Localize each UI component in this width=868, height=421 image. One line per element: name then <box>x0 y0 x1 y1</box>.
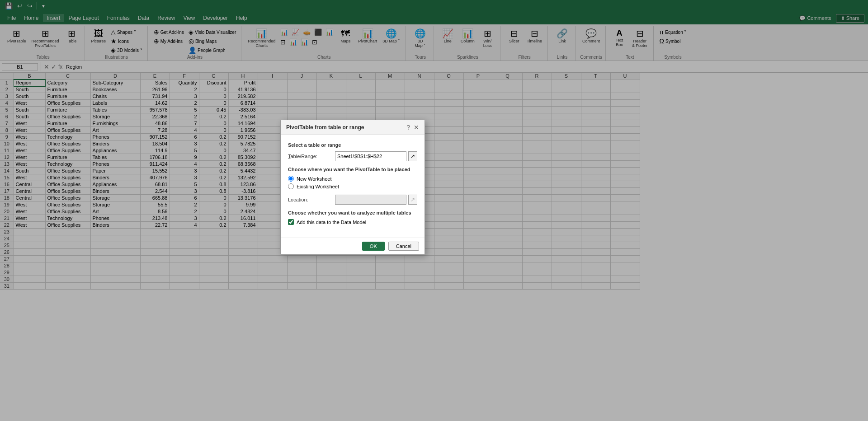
modal-help-icon[interactable]: ? <box>406 124 410 131</box>
cancel-button[interactable]: Cancel <box>388 242 419 251</box>
data-model-checkbox[interactable] <box>288 219 294 225</box>
modal-close-icon[interactable]: ✕ <box>414 124 419 131</box>
table-range-picker-btn[interactable]: ↗ <box>408 151 417 161</box>
location-input[interactable] <box>335 195 406 205</box>
new-worksheet-label: New Worksheet <box>297 176 331 182</box>
modal-section3-title: Choose whether you want to analyze multi… <box>288 210 417 215</box>
existing-worksheet-radio[interactable] <box>288 183 294 189</box>
table-range-input[interactable] <box>335 151 406 161</box>
modal-header-icons: ? ✕ <box>406 124 419 131</box>
location-picker-btn[interactable]: ↗ <box>408 195 417 205</box>
existing-worksheet-label: Existing Worksheet <box>297 184 339 189</box>
modal-section1-title: Select a table or range <box>288 142 417 148</box>
modal-overlay: PivotTable from table or range ? ✕ Selec… <box>0 0 868 421</box>
data-model-row: Add this data to the Data Model <box>288 219 417 225</box>
modal-title: PivotTable from table or range <box>286 124 364 131</box>
existing-worksheet-row: Existing Worksheet <box>288 183 417 189</box>
modal-section2-title: Choose where you want the PivotTable to … <box>288 167 417 172</box>
data-model-label: Add this data to the Data Model <box>297 220 366 225</box>
new-worksheet-radio[interactable] <box>288 176 294 182</box>
table-range-label: Table/Range: <box>288 154 333 159</box>
modal-footer: OK Cancel <box>281 238 425 254</box>
pivottable-modal: PivotTable from table or range ? ✕ Selec… <box>280 120 425 255</box>
new-worksheet-row: New Worksheet <box>288 176 417 182</box>
placement-options: New Worksheet Existing Worksheet <box>288 176 417 189</box>
modal-body: Select a table or range Table/Range: ↗ C… <box>281 135 425 238</box>
modal-header: PivotTable from table or range ? ✕ <box>281 120 425 135</box>
location-label: Location: <box>288 197 333 202</box>
table-range-row: Table/Range: ↗ <box>288 151 417 161</box>
ok-button[interactable]: OK <box>362 242 385 251</box>
location-row: Location: ↗ <box>288 195 417 205</box>
